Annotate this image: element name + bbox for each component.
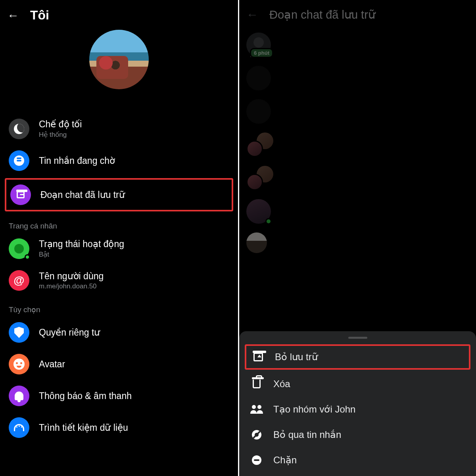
- header: ← Tôi: [0, 0, 238, 26]
- dark-mode-label: Chế độ tối: [39, 119, 82, 130]
- header: ← Đoạn chat đã lưu trữ: [239, 0, 476, 26]
- delete-label: Xóa: [273, 378, 290, 390]
- archived-chats-row[interactable]: Đoạn chat đã lưu trữ: [6, 180, 229, 210]
- conversation-list: 6 phút: [239, 26, 476, 255]
- unarchive-row[interactable]: Bỏ lưu trữ: [246, 346, 469, 368]
- group-avatar: [246, 166, 273, 190]
- back-arrow-icon[interactable]: ←: [7, 10, 19, 21]
- page-title: Đoạn chat đã lưu trữ: [269, 8, 375, 21]
- online-dot-icon: [265, 218, 272, 225]
- page-title: Tôi: [30, 8, 49, 23]
- username-sub: m.me/john.doan.50: [39, 282, 104, 290]
- dark-mode-sub: Hệ thống: [39, 131, 82, 139]
- list-item[interactable]: [246, 96, 469, 127]
- shield-icon: [9, 322, 29, 343]
- mute-row[interactable]: Bỏ qua tin nhắn: [245, 422, 470, 447]
- unarchive-highlight: Bỏ lưu trữ: [245, 344, 470, 370]
- username-row[interactable]: @ Tên người dùng m.me/john.doan.50: [0, 265, 238, 296]
- notifications-label: Thông báo & âm thanh: [39, 391, 132, 401]
- action-sheet: Bỏ lưu trữ Xóa Tạo nhóm với John Bỏ qua …: [239, 331, 476, 476]
- notifications-row[interactable]: Thông báo & âm thanh: [0, 380, 238, 412]
- list-item[interactable]: [246, 229, 469, 256]
- unarchive-icon: [252, 353, 265, 361]
- sheet-grabber[interactable]: [348, 337, 367, 339]
- active-status-row[interactable]: Trạng thái hoạt động Bật: [0, 233, 238, 265]
- pending-messages-row[interactable]: Tin nhắn đang chờ: [0, 145, 238, 177]
- time-badge: 6 phút: [250, 48, 273, 58]
- section-options: Tùy chọn: [0, 296, 238, 317]
- list-item[interactable]: [246, 63, 469, 94]
- data-saver-row[interactable]: Trình tiết kiệm dữ liệu: [0, 412, 238, 438]
- gauge-icon: [9, 417, 29, 438]
- at-icon: @: [9, 270, 29, 291]
- back-arrow-icon[interactable]: ←: [246, 9, 258, 21]
- active-status-label: Trạng thái hoạt động: [39, 239, 124, 250]
- trash-icon: [250, 380, 263, 388]
- moon-icon: [9, 119, 29, 139]
- archive-icon: [10, 184, 31, 205]
- data-saver-label: Trình tiết kiệm dữ liệu: [39, 422, 128, 433]
- list-item[interactable]: [246, 196, 469, 227]
- privacy-label: Quyền riêng tư: [39, 327, 100, 338]
- avatar: [246, 99, 271, 124]
- avatar: [246, 66, 271, 90]
- group-icon: [250, 405, 263, 414]
- group-avatar: [246, 132, 273, 157]
- archived-highlight: Đoạn chat đã lưu trữ: [5, 178, 233, 211]
- create-group-label: Tạo nhóm với John: [273, 404, 355, 415]
- block-label: Chặn: [273, 455, 297, 466]
- create-group-row[interactable]: Tạo nhóm với John: [245, 397, 470, 422]
- privacy-row[interactable]: Quyền riêng tư: [0, 317, 238, 348]
- profile-avatar[interactable]: [89, 30, 149, 89]
- profile-avatar-wrap: [0, 30, 238, 89]
- section-profile: Trang cá nhân: [0, 213, 238, 233]
- active-status-icon: [9, 238, 29, 259]
- mute-label: Bỏ qua tin nhắn: [273, 429, 341, 440]
- dark-mode-row[interactable]: Chế độ tối Hệ thống: [0, 113, 238, 145]
- avatar-row[interactable]: Avatar: [0, 348, 238, 380]
- block-icon: [250, 455, 263, 465]
- avatar: [246, 199, 271, 224]
- unarchive-label: Bỏ lưu trữ: [275, 351, 318, 363]
- pending-label: Tin nhắn đang chờ: [39, 155, 115, 166]
- archived-panel: ← Đoạn chat đã lưu trữ 6 phút Bỏ: [238, 0, 476, 476]
- list-item[interactable]: [246, 163, 469, 194]
- delete-row[interactable]: Xóa: [245, 371, 470, 397]
- username-label: Tên người dùng: [39, 271, 104, 282]
- list-item[interactable]: 6 phút: [246, 29, 469, 60]
- chat-icon: [9, 150, 29, 171]
- avatar-placeholder: 6 phút: [246, 33, 271, 57]
- avatar-label: Avatar: [39, 359, 65, 370]
- active-status-sub: Bật: [39, 250, 124, 259]
- avatar-icon: [9, 354, 29, 374]
- avatar: [246, 232, 267, 253]
- settings-panel: ← Tôi Chế độ tối Hệ thống Tin nhắn đang …: [0, 0, 238, 476]
- archived-label: Đoạn chat đã lưu trữ: [40, 190, 125, 200]
- list-item[interactable]: [246, 129, 469, 160]
- block-row[interactable]: Chặn: [245, 447, 470, 473]
- bell-icon: [9, 386, 29, 406]
- mute-icon: [250, 430, 263, 440]
